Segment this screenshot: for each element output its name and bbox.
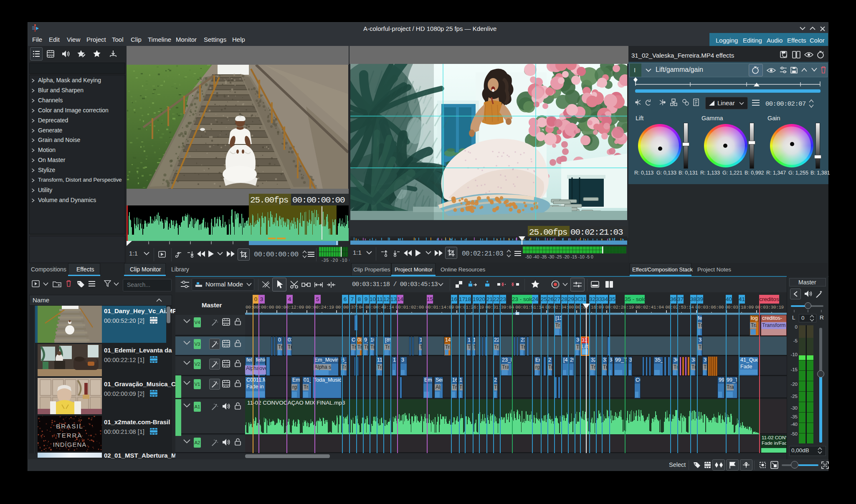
svg-text:TERRA: TERRA — [57, 432, 83, 439]
svg-text:INDÍGENA: INDÍGENA — [53, 441, 87, 448]
svg-text:BRASIL: BRASIL — [56, 423, 83, 430]
